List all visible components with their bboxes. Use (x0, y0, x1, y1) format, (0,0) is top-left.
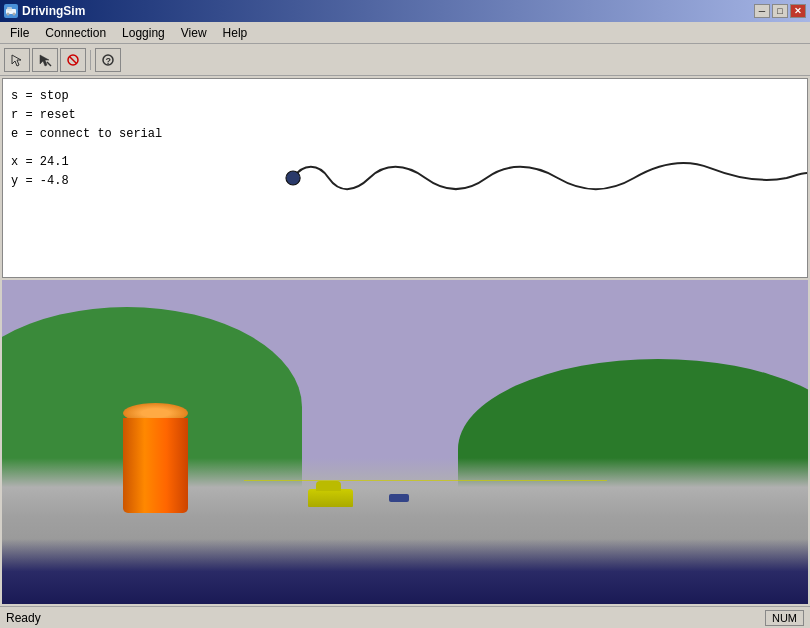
track-path-svg (3, 79, 807, 277)
stop-tool-button[interactable] (60, 48, 86, 72)
select-tool-button[interactable] (32, 48, 58, 72)
svg-line-6 (47, 62, 51, 66)
menu-file[interactable]: File (2, 24, 37, 42)
svg-marker-4 (12, 55, 21, 66)
track-panel: s = stop r = reset e = connect to serial… (2, 78, 808, 278)
status-bar: Ready NUM (0, 606, 810, 628)
svg-point-2 (13, 13, 16, 16)
minimize-button[interactable]: ─ (754, 4, 770, 18)
svg-text:?: ? (106, 56, 112, 66)
yellow-car (308, 489, 353, 507)
toolbar-separator (90, 50, 91, 70)
water-area (2, 539, 808, 604)
menu-bar: File Connection Logging View Help (0, 22, 810, 44)
road-line (244, 480, 607, 481)
maximize-button[interactable]: □ (772, 4, 788, 18)
cursor-tool-button[interactable] (4, 48, 30, 72)
num-indicator: NUM (765, 610, 804, 626)
title-left: DrivingSim (4, 4, 85, 18)
title-bar: DrivingSim ─ □ ✕ (0, 0, 810, 22)
status-text: Ready (6, 611, 41, 625)
menu-logging[interactable]: Logging (114, 24, 173, 42)
app-icon (4, 4, 18, 18)
menu-connection[interactable]: Connection (37, 24, 114, 42)
view-3d-panel (2, 280, 808, 604)
main-content: s = stop r = reset e = connect to serial… (0, 76, 810, 606)
menu-view[interactable]: View (173, 24, 215, 42)
orange-cylinder (123, 403, 188, 513)
blue-car (389, 494, 409, 502)
svg-point-11 (286, 171, 300, 185)
title-buttons: ─ □ ✕ (754, 4, 806, 18)
close-button[interactable]: ✕ (790, 4, 806, 18)
window-title: DrivingSim (22, 4, 85, 18)
svg-line-8 (70, 56, 77, 63)
toolbar: ? (0, 44, 810, 76)
svg-marker-5 (40, 55, 49, 66)
svg-point-1 (7, 13, 10, 16)
cylinder-body (123, 418, 188, 513)
menu-help[interactable]: Help (215, 24, 256, 42)
svg-rect-3 (7, 7, 12, 11)
help-tool-button[interactable]: ? (95, 48, 121, 72)
